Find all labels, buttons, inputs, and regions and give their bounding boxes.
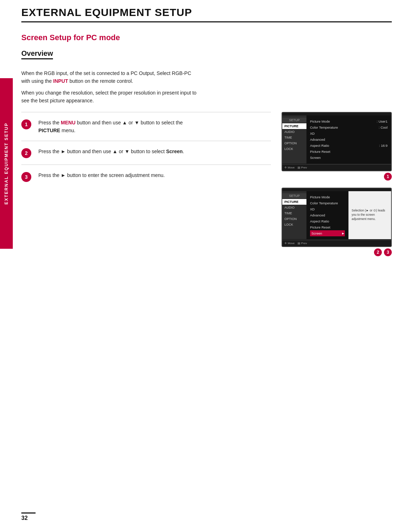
step-2-badge: 2 [21,148,31,158]
tv-screen2-left-menu: SETUP PICTURE AUDIO TIME OPTION LOCK [282,191,306,239]
tv-screen2-row-screen: Screen► [310,230,345,236]
tv-screen2-row-reset: Picture Reset [310,224,345,230]
step-3-text: Press the ► button to enter the screen a… [38,171,165,179]
screen1-badge: 1 [384,173,392,181]
tv-screen1-row-aspect: Aspect Ratio: 16:9 [310,143,388,149]
tv-screen1-footer-prev: ▤ Prev [298,166,307,169]
tv-screen2-row-picture-mode: Picture Mode [310,194,345,200]
tv-screen1-picture: PICTURE [282,123,306,129]
tv-screen1-lock: LOCK [282,146,306,152]
tv-screen2-header: SETUP [282,193,306,198]
tv-screen2-lock: LOCK [282,222,306,227]
tv-screen2-audio: AUDIO [282,205,306,210]
tv-screen1-option: OPTION [282,140,306,146]
tv-screen1-left-menu: SETUP PICTURE AUDIO TIME OPTION LOCK [282,115,306,163]
step-3-badge: 3 [21,172,31,182]
tv-screen2-row-xd: XD [310,206,345,212]
screen2-badge-row: 2 3 [282,248,392,256]
tv-screen-1: SETUP PICTURE AUDIO TIME OPTION LOCK Pic… [282,112,392,171]
screen2-container: SETUP PICTURE AUDIO TIME OPTION LOCK Pic… [282,188,392,256]
screen2-badge-3: 3 [384,248,392,256]
tv-screen2-row-aspect: Aspect Ratio [310,218,345,224]
tv-screen-2: SETUP PICTURE AUDIO TIME OPTION LOCK Pic… [282,188,392,247]
tv-screen1-row-screen: Screen [310,155,388,161]
overview-para1: When the RGB input, of the set is connec… [21,69,199,85]
tv-screen1-footer: ✛ Move ▤ Prev [282,164,391,171]
step-1-badge: 1 [21,119,31,129]
screens-container: SETUP PICTURE AUDIO TIME OPTION LOCK Pic… [282,112,392,256]
tv-screen1-row-reset: Picture Reset [310,149,388,155]
side-tab-label: EXTERNAL EQUIPMENT SETUP [4,123,9,204]
side-tab: EXTERNAL EQUIPMENT SETUP [0,78,13,249]
tv-screen1-row-advanced: Advanced [310,136,388,143]
overview-para2: When you change the resolution, select t… [21,89,199,105]
screen2-badge-2: 2 [374,248,382,256]
step-2-row: 2 Press the ► button and then use ▲ or ▼… [21,141,271,165]
tv-screen1-right-menu: Picture Mode: User1 Color Temperature: C… [306,115,391,163]
tv-screen2-footer-move: ✛ Move [284,242,295,245]
step-1-text: Press the MENU button and then use ▲ or … [38,119,191,135]
tv-screen1-time: TIME [282,135,306,140]
tv-screen1-header: SETUP [282,118,306,123]
tv-screen2-footer-prev: ▤ Prev [298,242,307,245]
screen1-container: SETUP PICTURE AUDIO TIME OPTION LOCK Pic… [282,112,392,181]
step-2-text: Press the ► button and then use ▲ or ▼ b… [38,147,184,155]
steps-container: 1 Press the MENU button and then use ▲ o… [21,112,271,189]
tv-screen1-audio: AUDIO [282,129,306,135]
screen1-badge-row: 1 [282,173,392,181]
page-title: EXTERNAL EQUIPMENT SETUP [21,6,392,22]
step-3-row: 3 Press the ► button to enter the screen… [21,165,271,188]
tv-screen2-option: OPTION [282,216,306,222]
tv-screen2-row-color-temp: Color Temperature [310,200,345,206]
tv-screen2-picture: PICTURE [282,199,306,205]
tv-screen2-right-menu: Picture Mode Color Temperature XD Advanc… [306,191,348,239]
step-1-row: 1 Press the MENU button and then use ▲ o… [21,112,271,141]
page-number: 32 [21,512,36,521]
tv-screen2-row-advanced: Advanced [310,212,345,218]
tv-screen1-row-xd: XD [310,130,388,136]
tv-screen1-footer-move: ✛ Move [284,166,295,169]
section-title: Screen Setup for PC mode [21,33,392,42]
tv-screen1-row-color-temp: Color Temperature: Cool [310,124,388,130]
tv-screen2-footer: ✛ Move ▤ Prev [282,240,391,246]
tv-screen2-time: TIME [282,210,306,216]
tv-screen1-row-picture-mode: Picture Mode: User1 [310,118,388,124]
overview-heading: Overview [21,49,53,59]
tv-screen2-tooltip: Selection (► or ⊙) leads you to the scre… [352,209,388,221]
tv-screen2-submenu-panel: Selection (► or ⊙) leads you to the scre… [348,191,391,239]
